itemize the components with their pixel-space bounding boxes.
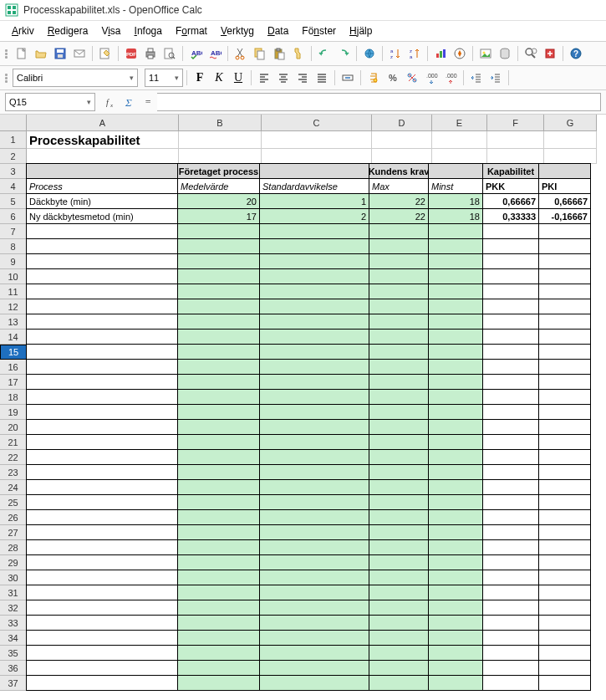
cell[interactable]	[27, 149, 179, 164]
cell[interactable]	[482, 494, 539, 510]
cell[interactable]	[428, 163, 483, 179]
edit-button[interactable]	[96, 44, 115, 63]
cell[interactable]	[482, 479, 539, 495]
find-button[interactable]	[522, 44, 540, 63]
toolbar-grip[interactable]	[5, 69, 10, 86]
cell[interactable]	[428, 524, 483, 540]
cell[interactable]: Standardavvikelse	[259, 178, 369, 194]
cell[interactable]	[26, 645, 178, 661]
cell[interactable]	[259, 374, 369, 390]
cell[interactable]	[482, 374, 539, 390]
row-header[interactable]: 23	[0, 465, 27, 480]
cell[interactable]	[177, 449, 260, 465]
col-header-e[interactable]: E	[432, 115, 487, 131]
cell[interactable]	[26, 615, 178, 631]
row-header[interactable]: 37	[0, 676, 27, 691]
undo-button[interactable]	[315, 44, 334, 63]
cell[interactable]	[538, 494, 591, 510]
cell[interactable]	[26, 284, 178, 299]
email-button[interactable]	[70, 44, 89, 63]
cell[interactable]	[26, 509, 178, 525]
cell[interactable]	[26, 374, 178, 390]
percent-button[interactable]: %	[384, 69, 402, 87]
new-button[interactable]	[13, 44, 31, 63]
cell[interactable]	[487, 131, 544, 149]
menu-hjalp[interactable]: Hjälp	[343, 23, 379, 39]
cell[interactable]	[538, 223, 591, 239]
cell[interactable]	[538, 359, 591, 375]
cell[interactable]	[259, 675, 369, 691]
function-equals-button[interactable]: =	[139, 93, 157, 111]
cell[interactable]	[369, 554, 429, 570]
row-header[interactable]: 2	[0, 149, 27, 164]
cell[interactable]	[482, 570, 539, 585]
cell[interactable]	[428, 299, 483, 314]
cell[interactable]	[26, 253, 178, 269]
spellcheck-button[interactable]: ABC	[186, 44, 205, 63]
cell[interactable]	[482, 660, 539, 676]
row-header[interactable]: 33	[0, 616, 27, 631]
menu-redigera[interactable]: Redigera	[41, 23, 95, 39]
cell[interactable]	[538, 449, 591, 465]
cell[interactable]	[259, 389, 369, 405]
cut-button[interactable]	[232, 44, 250, 63]
row-header[interactable]: 34	[0, 631, 27, 646]
cell[interactable]	[538, 675, 591, 691]
cell[interactable]	[369, 404, 429, 420]
cell[interactable]	[482, 434, 539, 450]
cell[interactable]	[538, 585, 591, 600]
cell[interactable]: PKI	[538, 178, 591, 194]
cell[interactable]	[177, 268, 260, 284]
row-header[interactable]: 35	[0, 646, 27, 661]
cell[interactable]	[369, 299, 429, 314]
row-header[interactable]: 14	[0, 330, 27, 345]
cell[interactable]	[369, 344, 429, 360]
cell[interactable]	[369, 464, 429, 480]
cell[interactable]	[259, 630, 369, 646]
cell[interactable]	[177, 389, 260, 405]
cell[interactable]	[26, 344, 178, 360]
cell[interactable]	[482, 630, 539, 646]
cell[interactable]	[177, 539, 260, 555]
cell[interactable]	[259, 329, 369, 345]
cell[interactable]	[482, 600, 539, 616]
save-button[interactable]	[51, 44, 69, 63]
cell[interactable]	[177, 600, 260, 616]
cell[interactable]	[177, 374, 260, 390]
cell[interactable]	[428, 479, 483, 495]
cell[interactable]	[369, 660, 429, 676]
cell[interactable]	[26, 539, 178, 555]
cell[interactable]	[259, 253, 369, 269]
row-header[interactable]: 1	[0, 131, 27, 149]
preview-button[interactable]	[160, 44, 179, 63]
cell[interactable]	[538, 539, 591, 555]
row-header[interactable]: 18	[0, 390, 27, 405]
cell[interactable]	[262, 131, 372, 149]
cell[interactable]	[482, 268, 539, 284]
sort-asc-button[interactable]: az	[386, 44, 405, 63]
formula-input[interactable]	[157, 93, 601, 111]
cell[interactable]	[369, 494, 429, 510]
cell[interactable]	[369, 359, 429, 375]
cell[interactable]	[259, 494, 369, 510]
row-header[interactable]: 4	[0, 179, 27, 194]
cell[interactable]	[428, 675, 483, 691]
cell[interactable]	[482, 509, 539, 525]
cell[interactable]	[369, 630, 429, 646]
cell[interactable]	[369, 284, 429, 299]
cell[interactable]	[259, 419, 369, 435]
cell[interactable]: 0,66667	[482, 193, 539, 209]
function-wizard-button[interactable]: fx	[102, 93, 120, 111]
cell[interactable]	[428, 359, 483, 375]
gallery-button[interactable]	[476, 44, 495, 63]
row-header[interactable]: 29	[0, 555, 27, 570]
add-decimal-button[interactable]: .000	[422, 69, 440, 87]
cell[interactable]	[428, 374, 483, 390]
cell[interactable]	[369, 329, 429, 345]
cell[interactable]	[26, 419, 178, 435]
cell[interactable]	[538, 314, 591, 330]
cell[interactable]	[482, 284, 539, 299]
copy-button[interactable]	[251, 44, 269, 63]
cell[interactable]	[482, 419, 539, 435]
cell[interactable]	[26, 404, 178, 420]
